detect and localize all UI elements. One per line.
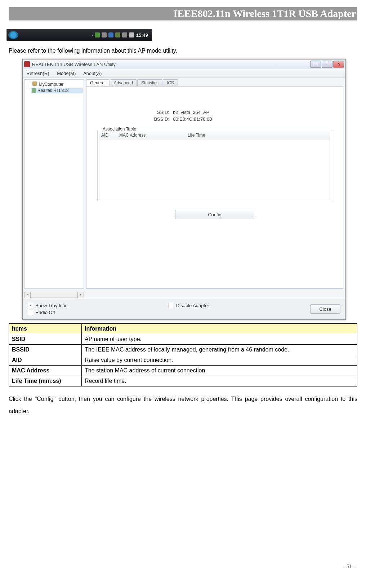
tray-icons bbox=[95, 32, 136, 37]
scroll-right-icon[interactable]: ▸ bbox=[77, 292, 84, 298]
tree-child[interactable]: Realtek RTL818 bbox=[31, 88, 83, 93]
app-window: REALTEK 11n USB Wireless LAN Utility — □… bbox=[22, 59, 346, 320]
minimize-button[interactable]: — bbox=[310, 61, 321, 68]
th-items: Items bbox=[9, 324, 82, 334]
row-bssid-val: The IEEE MAC address of locally-managed,… bbox=[82, 345, 357, 355]
table-row: MAC Address The station MAC address of c… bbox=[9, 366, 357, 376]
page-number: - 51 - bbox=[344, 563, 356, 570]
row-bssid-key: BSSID bbox=[9, 345, 82, 355]
disable-adapter-checkbox[interactable] bbox=[169, 303, 174, 308]
th-information: Information bbox=[82, 324, 357, 334]
maximize-button[interactable]: □ bbox=[322, 61, 332, 68]
menu-refresh[interactable]: Refresh(R) bbox=[26, 71, 49, 76]
association-table-group: Association Table AID MAC Address Life T… bbox=[97, 130, 332, 201]
tray-misc-icon bbox=[115, 32, 120, 37]
radio-off-checkbox[interactable] bbox=[28, 310, 33, 315]
tree-child-label: Realtek RTL818 bbox=[37, 88, 69, 93]
menu-bar: Refresh(R) Mode(M) About(A) bbox=[23, 69, 345, 78]
scroll-track[interactable] bbox=[31, 292, 77, 298]
table-row: Life Time (mm:ss) Record life time. bbox=[9, 376, 357, 386]
app-icon bbox=[24, 61, 30, 67]
scroll-left-icon[interactable]: ◂ bbox=[24, 292, 31, 298]
window-close-button[interactable]: X bbox=[333, 61, 344, 68]
intro-text: Please refer to the following informatio… bbox=[9, 48, 357, 54]
tab-general[interactable]: General bbox=[86, 79, 110, 86]
menu-mode[interactable]: Mode(M) bbox=[57, 71, 76, 76]
row-ssid-key: SSID bbox=[9, 334, 82, 345]
info-table: Items Information SSID AP name of user t… bbox=[9, 323, 357, 386]
table-row: SSID AP name of user type. bbox=[9, 334, 357, 345]
tab-statistics[interactable]: Statistics bbox=[137, 79, 162, 86]
col-mac[interactable]: MAC Address bbox=[119, 133, 188, 138]
row-aid-val: Raise value by current connection. bbox=[82, 355, 357, 366]
row-mac-key: MAC Address bbox=[9, 366, 82, 376]
window-title: REALTEK 11n USB Wireless LAN Utility bbox=[32, 62, 310, 67]
association-legend: Association Table bbox=[101, 127, 138, 132]
row-aid-key: AID bbox=[9, 355, 82, 366]
association-body bbox=[99, 139, 330, 199]
tab-bar: General Advanced Statistics ICS bbox=[86, 79, 343, 86]
table-row: AID Raise value by current connection. bbox=[9, 355, 357, 366]
table-row: BSSID The IEEE MAC address of locally-ma… bbox=[9, 345, 357, 355]
tray-network-icon bbox=[102, 32, 107, 37]
tray-device-icon bbox=[122, 32, 127, 37]
tab-advanced[interactable]: Advanced bbox=[110, 79, 137, 86]
show-tray-checkbox[interactable]: ✓ bbox=[28, 303, 33, 308]
menu-about[interactable]: About(A) bbox=[83, 71, 102, 76]
tray-chevron-icon: ‹ bbox=[90, 33, 95, 37]
taskbar-clock: 15:49 bbox=[136, 32, 152, 38]
close-button[interactable]: Close bbox=[310, 304, 340, 314]
tree-root-label: MyComputer bbox=[39, 82, 64, 87]
tab-ics[interactable]: ICS bbox=[163, 79, 178, 86]
row-ssid-val: AP name of user type. bbox=[82, 334, 357, 345]
tree-expander-icon[interactable]: - bbox=[26, 83, 30, 87]
tray-shield-icon bbox=[95, 32, 100, 37]
config-button[interactable]: Config bbox=[175, 210, 254, 219]
titlebar: REALTEK 11n USB Wireless LAN Utility — □… bbox=[23, 59, 345, 69]
adapter-icon bbox=[32, 88, 36, 93]
association-headers: AID MAC Address Life Time bbox=[99, 132, 330, 139]
start-button-icon bbox=[8, 31, 18, 39]
computer-icon bbox=[32, 81, 37, 86]
ssid-value: b2_vista_x64_AP bbox=[173, 110, 209, 115]
doc-header-title: IEEE802.11n Wireless 1T1R USB Adapter bbox=[174, 8, 356, 19]
tray-volume-icon bbox=[129, 32, 134, 37]
disable-adapter-label: Disable Adapter bbox=[176, 303, 209, 308]
row-mac-val: The station MAC address of current conne… bbox=[82, 366, 357, 376]
col-life[interactable]: Life Time bbox=[188, 133, 330, 138]
row-life-val: Record life time. bbox=[82, 376, 357, 386]
bssid-value: 00:E0:4C:81:76:00 bbox=[173, 116, 212, 122]
tab-pane-general: SSID: b2_vista_x64_AP BSSID: 00:E0:4C:81… bbox=[86, 86, 343, 289]
tree-scrollbar[interactable]: ◂ ▸ bbox=[24, 292, 84, 298]
taskbar-inner: ‹ 15:49 bbox=[6, 29, 152, 41]
radio-off-label: Radio Off bbox=[35, 310, 55, 315]
ssid-label: SSID: bbox=[97, 110, 173, 115]
doc-header: IEEE802.11n Wireless 1T1R USB Adapter bbox=[9, 7, 357, 20]
outro-text: Click the "Config" button, then you can … bbox=[9, 393, 357, 417]
bssid-label: BSSID: bbox=[97, 116, 173, 122]
os-taskbar: ‹ 15:49 bbox=[6, 29, 357, 41]
device-tree[interactable]: - MyComputer Realtek RTL818 bbox=[24, 79, 84, 289]
col-aid[interactable]: AID bbox=[101, 133, 119, 138]
show-tray-label: Show Tray Icon bbox=[35, 303, 68, 308]
row-life-key: Life Time (mm:ss) bbox=[9, 376, 82, 386]
tray-display-icon bbox=[108, 32, 113, 37]
window-bottom-bar: ✓ Show Tray Icon Radio Off Disable Adapt… bbox=[23, 300, 345, 319]
tree-root[interactable]: - MyComputer bbox=[25, 81, 83, 88]
header-rule bbox=[9, 21, 357, 21]
